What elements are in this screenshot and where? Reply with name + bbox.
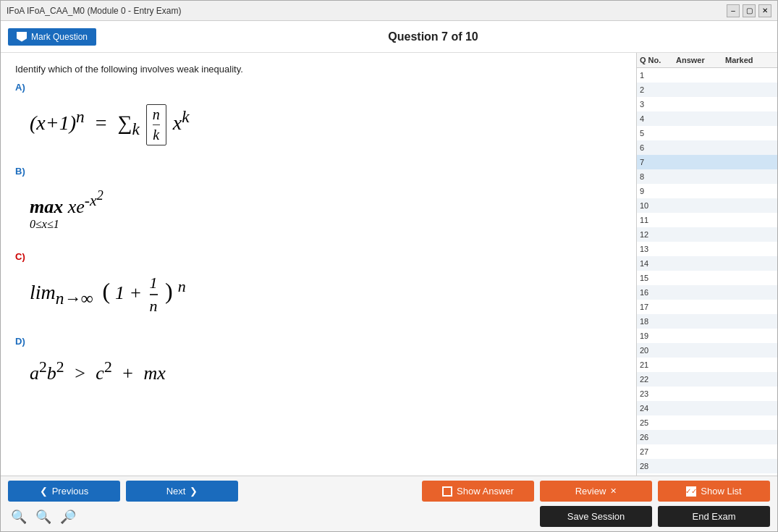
table-row[interactable]: 9 bbox=[637, 184, 777, 198]
table-row[interactable]: 22 bbox=[637, 372, 777, 387]
table-row[interactable]: 11 bbox=[637, 213, 777, 227]
table-row[interactable]: 6 bbox=[637, 140, 777, 155]
q-number: 17 bbox=[640, 303, 676, 311]
q-number: 2 bbox=[640, 85, 676, 94]
mark-question-button[interactable]: Mark Question bbox=[8, 28, 96, 46]
q-number: 7 bbox=[640, 158, 676, 166]
q-number: 14 bbox=[640, 259, 676, 268]
window-title: IFoA IFoA_CAA_M0 (Module 0 - Entry Exam) bbox=[7, 6, 181, 16]
col-marked-header: Marked bbox=[725, 56, 774, 64]
question-list-sidebar: Q No. Answer Marked 12345678910111213141… bbox=[636, 53, 777, 476]
q-number: 15 bbox=[640, 274, 676, 282]
window-controls: – ▢ ✕ bbox=[727, 4, 771, 17]
q-number: 27 bbox=[640, 447, 676, 456]
zoom-reset-button[interactable]: 🔍 bbox=[33, 507, 54, 526]
q-number: 25 bbox=[640, 418, 676, 427]
zoom-in-button[interactable]: 🔍 bbox=[8, 507, 30, 526]
q-number: 10 bbox=[640, 201, 676, 210]
question-number-list: 1234567891011121314151617181920212223242… bbox=[637, 68, 777, 476]
q-number: 20 bbox=[640, 346, 676, 355]
q-number: 4 bbox=[640, 114, 676, 123]
show-answer-button[interactable]: Show Answer bbox=[422, 481, 534, 502]
prev-chevron-icon: ❮ bbox=[40, 486, 48, 497]
flag-icon bbox=[17, 32, 27, 42]
next-button[interactable]: Next ❯ bbox=[126, 481, 238, 502]
col-answer-header: Answer bbox=[676, 56, 725, 64]
option-b: B) max xe-x2 0≤x≤1 bbox=[15, 166, 622, 238]
q-number: 24 bbox=[640, 404, 676, 413]
q-number: 3 bbox=[640, 100, 676, 109]
next-chevron-icon: ❯ bbox=[190, 486, 198, 497]
q-number: 26 bbox=[640, 433, 676, 442]
show-list-checkbox-icon: ✓ bbox=[686, 486, 696, 497]
review-button[interactable]: Review ✕ bbox=[540, 481, 652, 502]
q-number: 23 bbox=[640, 389, 676, 398]
table-row[interactable]: 20 bbox=[637, 343, 777, 358]
question-title: Question 7 of 10 bbox=[96, 30, 770, 43]
bottom-row-2: 🔍 🔍 🔎 Save Session End Exam bbox=[8, 506, 770, 527]
save-session-button[interactable]: Save Session bbox=[540, 506, 652, 527]
table-row[interactable]: 10 bbox=[637, 198, 777, 213]
show-list-button[interactable]: ✓ Show List bbox=[658, 481, 770, 502]
q-number: 13 bbox=[640, 245, 676, 253]
option-b-math: max xe-x2 0≤x≤1 bbox=[15, 181, 622, 238]
table-row[interactable]: 8 bbox=[637, 169, 777, 184]
option-a-math: (x+1)n = ∑k n k xk bbox=[15, 97, 622, 153]
option-c-label: C) bbox=[15, 251, 622, 262]
title-bar: IFoA IFoA_CAA_M0 (Module 0 - Entry Exam)… bbox=[1, 1, 777, 21]
q-number: 5 bbox=[640, 129, 676, 138]
table-row[interactable]: 3 bbox=[637, 97, 777, 111]
table-row[interactable]: 5 bbox=[637, 126, 777, 140]
table-row[interactable]: 17 bbox=[637, 300, 777, 314]
table-row[interactable]: 16 bbox=[637, 285, 777, 300]
q-number: 18 bbox=[640, 317, 676, 326]
show-answer-checkbox-icon bbox=[442, 486, 452, 497]
end-exam-button[interactable]: End Exam bbox=[658, 506, 770, 527]
previous-button[interactable]: ❮ Previous bbox=[8, 481, 120, 502]
table-row[interactable]: 2 bbox=[637, 83, 777, 97]
col-q-header: Q No. bbox=[640, 56, 676, 64]
mark-question-label: Mark Question bbox=[31, 32, 88, 42]
table-row[interactable]: 12 bbox=[637, 227, 777, 242]
table-row[interactable]: 21 bbox=[637, 358, 777, 372]
table-row[interactable]: 28 bbox=[637, 459, 777, 473]
table-row[interactable]: 1 bbox=[637, 68, 777, 83]
review-close-icon: ✕ bbox=[610, 486, 617, 496]
minimize-button[interactable]: – bbox=[727, 4, 740, 17]
table-row[interactable]: 7 bbox=[637, 155, 777, 169]
table-row[interactable]: 13 bbox=[637, 242, 777, 256]
q-number: 19 bbox=[640, 332, 676, 340]
option-a-label: A) bbox=[15, 82, 622, 93]
table-row[interactable]: 18 bbox=[637, 314, 777, 329]
option-d: D) a2b2 > c2 + mx bbox=[15, 336, 622, 392]
q-number: 11 bbox=[640, 216, 676, 224]
zoom-out-button[interactable]: 🔎 bbox=[57, 507, 79, 526]
q-number: 8 bbox=[640, 172, 676, 181]
sidebar-header: Q No. Answer Marked bbox=[637, 53, 777, 68]
table-row[interactable]: 19 bbox=[637, 329, 777, 343]
zoom-controls: 🔍 🔍 🔎 bbox=[8, 507, 79, 526]
option-c: C) limn→∞ ( 1 + 1 n ) n bbox=[15, 251, 622, 323]
main-area: Identify which of the following involves… bbox=[1, 53, 777, 476]
table-row[interactable]: 4 bbox=[637, 111, 777, 126]
option-b-label: B) bbox=[15, 166, 622, 177]
q-number: 28 bbox=[640, 462, 676, 470]
question-area: Identify which of the following involves… bbox=[1, 53, 636, 476]
option-d-math: a2b2 > c2 + mx bbox=[15, 351, 622, 392]
q-number: 16 bbox=[640, 288, 676, 297]
q-number: 6 bbox=[640, 143, 676, 152]
table-row[interactable]: 23 bbox=[637, 387, 777, 401]
table-row[interactable]: 25 bbox=[637, 415, 777, 430]
bottom-bar: ❮ Previous Next ❯ Show Answer Review ✕ ✓… bbox=[1, 476, 777, 531]
table-row[interactable]: 27 bbox=[637, 444, 777, 459]
q-number: 12 bbox=[640, 230, 676, 239]
table-row[interactable]: 26 bbox=[637, 430, 777, 444]
table-row[interactable]: 15 bbox=[637, 271, 777, 285]
table-row[interactable]: 14 bbox=[637, 256, 777, 271]
table-row[interactable]: 24 bbox=[637, 401, 777, 415]
q-number: 9 bbox=[640, 187, 676, 195]
question-text: Identify which of the following involves… bbox=[15, 64, 622, 75]
maximize-button[interactable]: ▢ bbox=[743, 4, 756, 17]
main-window: IFoA IFoA_CAA_M0 (Module 0 - Entry Exam)… bbox=[0, 0, 778, 532]
close-button[interactable]: ✕ bbox=[758, 4, 771, 17]
